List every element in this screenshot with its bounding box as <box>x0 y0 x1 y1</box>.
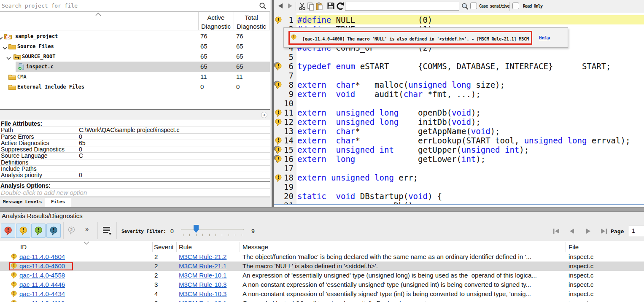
code-line-text: extern unsigned long initDb(void); <box>297 117 481 127</box>
filter-note-button[interactable]: ! <box>46 224 61 238</box>
diagnostic-rule-link[interactable]: M3CM Rule-10.1 <box>179 299 226 302</box>
line-number: 18 <box>274 173 296 182</box>
navigate-forward-icon[interactable] <box>286 2 294 10</box>
filter-error-button[interactable]: ! <box>1 224 15 238</box>
save-icon[interactable] <box>327 2 335 10</box>
tree-item-cma[interactable]: CMA1111 <box>0 72 270 82</box>
code-line-17[interactable]: 17 <box>274 164 644 173</box>
diagnostic-message: Operand of logical && or || is not an 'e… <box>243 299 435 302</box>
column-header-id[interactable]: ID <box>20 243 27 251</box>
tree-expander[interactable] <box>0 34 3 42</box>
paste-icon[interactable] <box>315 2 323 11</box>
attribute-value: C:\Work\QAC\sample project\inspect.c <box>79 127 180 133</box>
code-line-12[interactable]: !12extern unsigned long initDb(void); <box>274 117 644 127</box>
tab-message-levels[interactable]: Message Levels <box>0 198 45 207</box>
tree-item-external-include-files[interactable]: External Include Files00 <box>0 82 270 92</box>
diagnostic-rule-link[interactable]: M3CM Rule-10.3 <box>179 281 226 288</box>
column-header-rule[interactable]: Rule <box>179 243 192 251</box>
code-line-8[interactable]: !!8extern char* malloc(unsigned long siz… <box>274 80 644 89</box>
total-diagnostics-count: 65 <box>236 63 243 70</box>
code-line-11[interactable]: !11extern unsigned long openDb(void); <box>274 108 644 117</box>
code-line-10[interactable]: 10 <box>274 99 644 108</box>
first-page-icon[interactable] <box>553 228 560 235</box>
folder-icon-holder <box>8 83 16 92</box>
editor-search-input[interactable] <box>345 2 459 11</box>
code-line-1[interactable]: !1#define NULL (0) <box>274 15 644 24</box>
diagnostic-rule-link[interactable]: M3CM Rule-21.2 <box>179 253 226 260</box>
dropdown-arrow-icon <box>108 233 112 235</box>
filter-info-button[interactable]: ! <box>31 224 46 238</box>
next-page-icon[interactable] <box>585 228 592 235</box>
previous-page-icon[interactable] <box>569 228 576 235</box>
folder-link-icon <box>13 53 21 60</box>
read-only-checkbox[interactable] <box>512 3 519 9</box>
column-header-severity[interactable]: Severit <box>154 243 174 251</box>
diagnostic-row-qac-11.4.0-4604[interactable]: !qac-11.4.0-46042M3CM Rule-21.2The objec… <box>0 252 644 262</box>
code-line-6[interactable]: !!6typedef enum eSTART {COMMS, DATABASE,… <box>274 62 644 71</box>
attribute-label: Definitions <box>1 159 28 166</box>
diagnostic-id-link[interactable]: qac-11.4.0-4116 <box>19 299 65 302</box>
more-tools-icon[interactable]: » <box>85 225 89 232</box>
analysis-options-hint-row[interactable]: Double-click to add new option <box>0 189 270 197</box>
project-search-input[interactable]: Search project for file <box>0 0 270 12</box>
splitter-strip[interactable]: ⌄⌄ <box>0 110 270 120</box>
svg-text:!: ! <box>13 291 15 296</box>
code-line-5[interactable]: 5 <box>274 52 644 62</box>
code-line-19[interactable]: 19 <box>274 182 644 191</box>
code-line-9[interactable]: 9extern void audit(char *fmt, ...); <box>274 89 644 99</box>
code-line-7[interactable]: 7 <box>274 71 644 80</box>
view-options-icon[interactable] <box>103 227 110 234</box>
diagnostic-id-link[interactable]: qac-11.4.0-4434 <box>19 290 65 297</box>
column-header-total-diagnostics[interactable]: TotalDiagnostic <box>234 13 269 31</box>
diagnostic-rule-link[interactable]: M3CM Rule-21.1 <box>179 262 226 270</box>
tree-item-source-files[interactable]: Source Files6565 <box>0 41 270 51</box>
tree-item-inspect-c[interactable]: inspect.c6565 <box>0 62 270 72</box>
tab-files[interactable]: Files <box>45 198 71 207</box>
tree-item-source-root[interactable]: SOURCE_ROOT6565 <box>0 51 270 62</box>
slider-tick <box>189 234 190 236</box>
filter-warning-button[interactable]: ! <box>16 224 30 238</box>
code-line-18[interactable]: !18extern unsigned long err; <box>274 173 644 182</box>
diagnostic-rule-link[interactable]: M3CM Rule-10.3 <box>179 290 226 297</box>
copy-icon[interactable] <box>307 2 315 11</box>
tree-item-sample-project[interactable]: C✓sample_project7676 <box>0 31 270 41</box>
editor-horizontal-scrollbar[interactable] <box>274 204 644 207</box>
code-line-13[interactable]: 13extern char* getAppName(void); <box>274 127 644 136</box>
diagnostic-row-qac-11.4.0-4558[interactable]: !qac-11.4.0-45582M3CM Rule-10.1An expres… <box>0 271 644 280</box>
diagnostic-id-link[interactable]: qac-11.4.0-4604 <box>19 253 65 260</box>
diagnostic-row-qac-11.4.0-4446[interactable]: !qac-11.4.0-44463M3CM Rule-10.3A non-con… <box>0 280 644 289</box>
page-number-input[interactable]: 1 <box>629 226 644 236</box>
diagnostic-id-link[interactable]: qac-11.4.0-4446 <box>19 281 65 288</box>
tree-column-headers[interactable]: ActiveDiagnostic TotalDiagnostic <box>0 12 270 30</box>
cut-icon[interactable] <box>298 2 306 11</box>
reload-icon[interactable] <box>336 2 345 11</box>
editor-search-icon[interactable] <box>461 3 469 11</box>
case-sensitive-checkbox[interactable] <box>470 3 477 9</box>
tree-expander[interactable] <box>3 44 7 52</box>
code-line-20[interactable]: 20static void DBstartup(void) { <box>274 191 644 201</box>
code-line-15[interactable]: !!15extern unsigned int getUpper(unsigne… <box>274 145 644 154</box>
suppressed-count-icon[interactable]: 2 <box>68 227 75 235</box>
diagnostic-row-qac-11.4.0-4600[interactable]: !qac-11.4.0-46002M3CM Rule-21.1The macro… <box>0 262 644 271</box>
toolbar-separator <box>63 222 64 239</box>
help-link[interactable]: Help <box>539 35 550 40</box>
code-line-14[interactable]: !14extern char* errLookup(START tool, un… <box>274 136 644 145</box>
tree-expander[interactable] <box>6 54 11 62</box>
collapse-panel-button[interactable]: ⌄⌄ <box>261 112 267 118</box>
tree-item-label: External Include Files <box>17 84 84 90</box>
column-header-message[interactable]: Message <box>243 243 268 251</box>
column-header-active-diagnostics[interactable]: ActiveDiagnostic <box>198 13 234 31</box>
code-line-16[interactable]: !!16extern long getLower(int); <box>274 154 644 164</box>
diagnostic-row-qac-11.4.0-4434[interactable]: !qac-11.4.0-44344M3CM Rule-10.3A non-con… <box>0 289 644 299</box>
severity-slider-track[interactable] <box>181 229 244 230</box>
navigate-back-icon[interactable] <box>277 2 284 10</box>
diagnostic-row-qac-11.4.0-4116[interactable]: !qac-11.4.0-41163M3CM Rule-10.1Operand o… <box>0 299 644 302</box>
horizontal-splitter[interactable] <box>0 207 644 212</box>
diagnostic-id-link[interactable]: qac-11.4.0-4558 <box>19 272 65 279</box>
info-bubble-icon: ! <box>35 227 42 235</box>
column-header-file[interactable]: File <box>569 243 579 251</box>
diagnostic-rule-link[interactable]: M3CM Rule-10.1 <box>179 272 226 279</box>
severity-slider-handle[interactable] <box>194 225 199 233</box>
last-page-icon[interactable] <box>600 228 607 235</box>
code-line-21[interactable]: 21 openDb(); <box>274 201 644 204</box>
